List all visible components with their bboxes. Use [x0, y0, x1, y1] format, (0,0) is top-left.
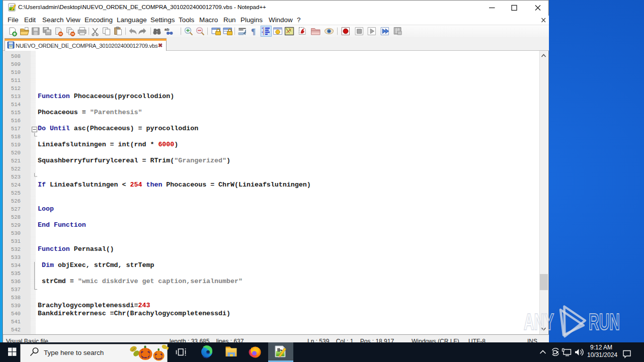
svg-text:¶: ¶ [251, 27, 256, 36]
svg-text:ab: ab [165, 27, 169, 32]
